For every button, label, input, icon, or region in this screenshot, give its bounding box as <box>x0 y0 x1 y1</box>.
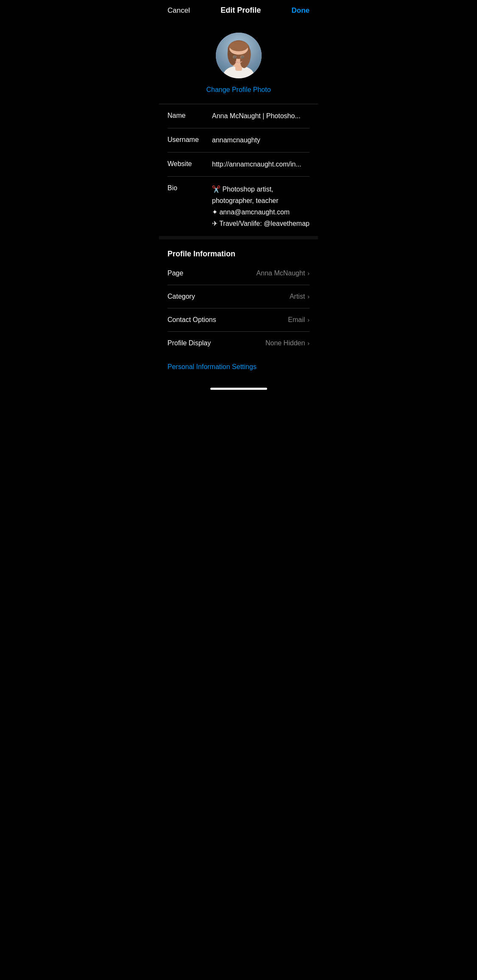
personal-info-section: Personal Information Settings <box>159 355 318 384</box>
website-field-row[interactable]: Website http://annamcnaught.com/in... <box>167 153 310 177</box>
home-indicator <box>210 388 267 390</box>
contact-label: Contact Options <box>167 316 216 324</box>
bio-line-1: ✂️ Photoshop artist, photographer, teach… <box>212 183 310 206</box>
profile-display-chevron-icon: › <box>307 340 310 347</box>
done-button[interactable]: Done <box>292 6 310 15</box>
category-label: Category <box>167 293 195 300</box>
change-profile-photo-button[interactable]: Change Profile Photo <box>206 86 271 94</box>
profile-information-heading-section: Profile Information <box>159 239 318 262</box>
bio-value: ✂️ Photoshop artist, photographer, teach… <box>212 183 310 230</box>
profile-photo-section: Change Profile Photo <box>159 21 318 104</box>
svg-point-14 <box>240 56 244 58</box>
contact-right: Email › <box>288 316 310 324</box>
page-value: Anna McNaught <box>257 269 305 277</box>
page-label: Page <box>167 269 183 277</box>
page-right: Anna McNaught › <box>257 269 310 277</box>
name-value: Anna McNaught | Photosho... <box>212 111 310 121</box>
contact-value: Email <box>288 316 305 324</box>
nav-bar: Cancel Edit Profile Done <box>159 0 318 21</box>
username-field-row[interactable]: Username annamcnaughty <box>167 128 310 153</box>
category-row[interactable]: Category Artist › <box>167 285 310 308</box>
contact-chevron-icon: › <box>307 316 310 323</box>
profile-display-row[interactable]: Profile Display None Hidden › <box>167 332 310 355</box>
website-value: http://annamcnaught.com/in... <box>212 159 310 169</box>
page-chevron-icon: › <box>307 270 310 277</box>
profile-display-value: None Hidden <box>265 339 305 347</box>
bio-label: Bio <box>167 183 212 192</box>
bio-line-2: ✦ anna@amcnaught.com <box>212 206 310 218</box>
bio-field-row[interactable]: Bio ✂️ Photoshop artist, photographer, t… <box>167 177 310 236</box>
name-label: Name <box>167 111 212 119</box>
thick-section-divider <box>159 236 318 239</box>
username-value: annamcnaughty <box>212 135 310 145</box>
category-value: Artist <box>290 293 305 300</box>
profile-info-heading: Profile Information <box>167 250 235 258</box>
info-rows-section: Page Anna McNaught › Category Artist › C… <box>159 262 318 355</box>
profile-display-right: None Hidden › <box>265 339 310 347</box>
form-section: Name Anna McNaught | Photosho... Usernam… <box>159 104 318 236</box>
username-label: Username <box>167 135 212 144</box>
personal-information-settings-link[interactable]: Personal Information Settings <box>167 363 257 370</box>
svg-point-10 <box>229 41 248 51</box>
page-title: Edit Profile <box>220 6 261 15</box>
avatar[interactable] <box>216 33 262 78</box>
website-label: Website <box>167 159 212 168</box>
category-right: Artist › <box>290 293 310 300</box>
contact-options-row[interactable]: Contact Options Email › <box>167 308 310 332</box>
home-indicator-wrapper <box>159 384 318 394</box>
category-chevron-icon: › <box>307 293 310 300</box>
page-row[interactable]: Page Anna McNaught › <box>167 262 310 285</box>
name-field-row[interactable]: Name Anna McNaught | Photosho... <box>167 104 310 128</box>
cancel-button[interactable]: Cancel <box>167 6 190 15</box>
profile-display-label: Profile Display <box>167 339 211 347</box>
bio-line-3: ✈ Travel/Vanlife: @leavethemap <box>212 218 310 229</box>
svg-point-13 <box>233 56 237 58</box>
